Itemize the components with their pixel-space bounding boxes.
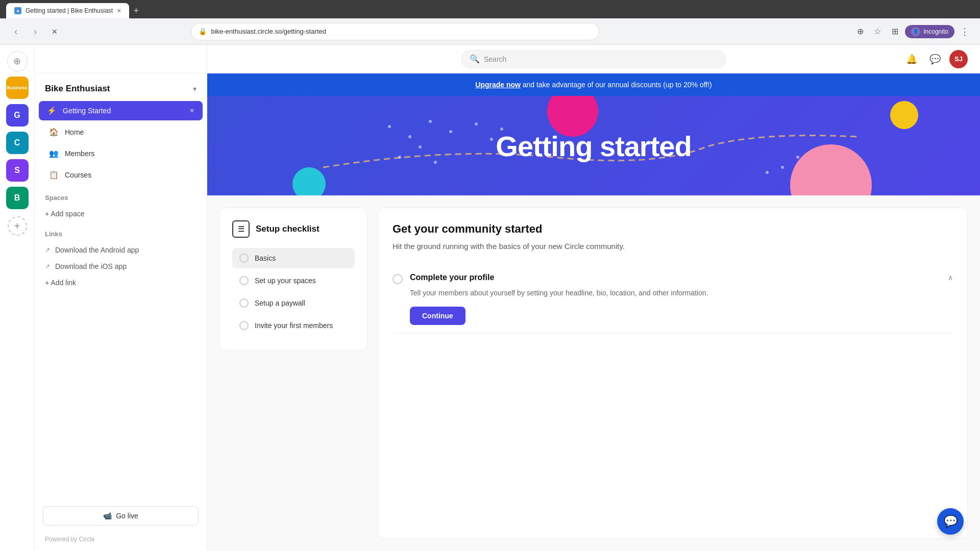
browser-toolbar: ‹ › ✕ 🔒 bike-enthusiast.circle.so/gettin… xyxy=(0,18,980,45)
task-chevron-up-icon[interactable]: ∧ xyxy=(948,273,953,282)
basics-label: Basics xyxy=(255,254,276,262)
task-profile-title: Complete your profile xyxy=(410,273,494,282)
upgrade-message: and take advantage of our annual discoun… xyxy=(523,81,712,89)
add-space-label: + Add space xyxy=(45,210,84,218)
svg-point-3 xyxy=(449,130,452,133)
hero-title: Getting started xyxy=(496,129,691,162)
spaces-section-label: Spaces xyxy=(35,186,207,206)
main-topbar: 🔍 Search 🔔 💬 SJ xyxy=(207,45,980,73)
getting-started-close-icon[interactable]: ✕ xyxy=(189,107,194,114)
task-content: Complete your profile ∧ Tell your member… xyxy=(410,273,953,325)
rail-business-item[interactable]: Business xyxy=(6,77,29,99)
browser-star-icon[interactable]: ☆ xyxy=(870,24,885,39)
checklist-item-paywall[interactable]: Setup a paywall xyxy=(232,293,355,313)
ios-link-label: Download the iOS app xyxy=(55,262,127,270)
new-tab-button[interactable]: + xyxy=(129,6,143,16)
rail-s-item[interactable]: S xyxy=(6,159,29,182)
svg-point-5 xyxy=(398,156,401,159)
svg-point-1 xyxy=(408,135,411,138)
chat-icon-button[interactable]: 💬 xyxy=(926,50,944,68)
task-title-row: Complete your profile ∧ xyxy=(410,273,953,282)
svg-point-0 xyxy=(388,125,391,128)
add-space-button[interactable]: + Add space xyxy=(35,206,207,222)
paywall-radio xyxy=(239,298,249,308)
sidebar: Bike Enthusiast ▾ ⚡ Getting Started ✕ 🏠 … xyxy=(35,45,207,551)
home-label: Home xyxy=(65,128,84,136)
rail-add-button[interactable]: + xyxy=(8,216,27,236)
checklist-panel: ☰ Setup checklist Basics Set up your spa… xyxy=(219,208,368,350)
checklist-item-spaces[interactable]: Set up your spaces xyxy=(232,270,355,291)
getting-started-label: Getting Started xyxy=(63,107,183,115)
checklist-item-invite[interactable]: Invite your first members xyxy=(232,315,355,336)
rail-c-item[interactable]: C xyxy=(6,132,29,154)
main-content: 🔍 Search 🔔 💬 SJ Upgrade now and take adv… xyxy=(207,45,980,551)
paywall-label: Setup a paywall xyxy=(255,299,305,307)
content-area: ☰ Setup checklist Basics Set up your spa… xyxy=(207,195,980,551)
continue-button[interactable]: Continue xyxy=(410,307,465,325)
svg-point-10 xyxy=(781,166,784,169)
sidebar-header: Bike Enthusiast ▾ xyxy=(35,73,207,100)
app-topbar xyxy=(35,45,207,73)
incognito-button[interactable]: 👤 Incognito xyxy=(905,25,954,38)
upgrade-link[interactable]: Upgrade now xyxy=(475,81,521,89)
task-complete-profile: Complete your profile ∧ Tell your member… xyxy=(393,265,953,334)
basics-radio xyxy=(239,254,249,263)
nav-forward-button[interactable]: › xyxy=(28,24,43,39)
browser-menu-icon[interactable]: ⋮ xyxy=(958,24,972,39)
chat-fab-button[interactable]: 💬 xyxy=(937,508,964,535)
courses-icon: 📋 xyxy=(49,170,59,180)
sidebar-chevron-icon[interactable]: ▾ xyxy=(193,85,197,93)
go-live-button[interactable]: 📹 Go live xyxy=(43,506,199,525)
add-link-button[interactable]: + Add link xyxy=(35,274,207,291)
android-link-arrow: ↗ xyxy=(45,246,50,254)
ios-link-arrow: ↗ xyxy=(45,263,50,270)
checklist-title: Setup checklist xyxy=(256,224,320,234)
checklist-icon: ☰ xyxy=(232,220,250,238)
task-profile-radio[interactable] xyxy=(393,274,403,284)
rail-b-item[interactable]: B xyxy=(6,187,29,209)
go-live-icon: 📹 xyxy=(103,512,112,520)
browser-window-icon[interactable]: ⊞ xyxy=(888,24,902,39)
info-subtitle: Hit the ground running with the basics o… xyxy=(393,241,953,253)
notification-icon-button[interactable]: 🔔 xyxy=(902,50,921,68)
globe-icon[interactable]: ⊕ xyxy=(7,51,28,71)
task-profile-description: Tell your members about yourself by sett… xyxy=(410,287,953,298)
android-app-link[interactable]: ↗ Download the Android app xyxy=(35,242,207,258)
add-link-label: + Add link xyxy=(45,279,76,287)
svg-point-9 xyxy=(434,161,437,164)
spaces-radio xyxy=(239,276,249,285)
user-avatar-button[interactable]: SJ xyxy=(949,50,968,68)
svg-point-11 xyxy=(796,156,799,159)
members-icon: 👥 xyxy=(49,149,59,158)
community-name: Bike Enthusiast xyxy=(45,84,110,94)
hero-banner: Getting started xyxy=(207,96,980,195)
tab-icon: ● xyxy=(14,7,21,14)
invite-radio xyxy=(239,321,249,330)
members-label: Members xyxy=(65,149,94,158)
address-bar[interactable]: 🔒 bike-enthusiast.circle.so/getting-star… xyxy=(191,23,599,40)
incognito-label: Incognito xyxy=(923,28,948,35)
search-bar[interactable]: 🔍 Search xyxy=(461,50,726,68)
svg-point-12 xyxy=(766,171,769,174)
tab-title: Getting started | Bike Enthusiast xyxy=(26,7,113,14)
nav-courses[interactable]: 📋 Courses xyxy=(39,165,203,185)
tab-close-icon[interactable]: × xyxy=(117,7,121,15)
upgrade-banner: Upgrade now and take advantage of our an… xyxy=(207,73,980,96)
app-container: ⊕ Business G C S B + Bike Enthusiast ▾ ⚡… xyxy=(0,45,980,551)
links-section-label: Links xyxy=(35,222,207,242)
address-lock-icon: 🔒 xyxy=(199,28,207,35)
svg-point-7 xyxy=(490,138,493,141)
nav-members[interactable]: 👥 Members xyxy=(39,144,203,163)
powered-by: Powered by Circle xyxy=(35,534,207,551)
nav-reload-button[interactable]: ✕ xyxy=(47,24,62,39)
browser-tab[interactable]: ● Getting started | Bike Enthusiast × xyxy=(6,3,129,18)
nav-getting-started[interactable]: ⚡ Getting Started ✕ xyxy=(39,101,203,120)
svg-point-4 xyxy=(419,145,422,148)
nav-home[interactable]: 🏠 Home xyxy=(39,122,203,142)
ios-app-link[interactable]: ↗ Download the iOS app xyxy=(35,258,207,274)
checklist-item-basics[interactable]: Basics xyxy=(232,248,355,268)
browser-chrome: ● Getting started | Bike Enthusiast × + xyxy=(0,0,980,18)
rail-g-item[interactable]: G xyxy=(6,104,29,127)
nav-back-button[interactable]: ‹ xyxy=(8,24,23,39)
browser-extension-icon[interactable]: ⊕ xyxy=(853,24,867,39)
